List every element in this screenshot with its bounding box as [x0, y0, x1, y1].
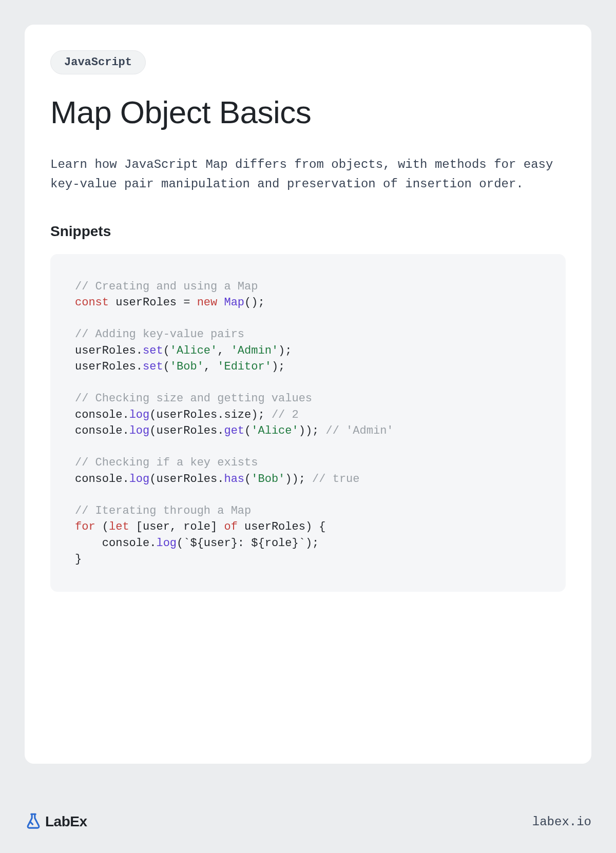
flask-icon	[25, 812, 42, 831]
content-card: JavaScript Map Object Basics Learn how J…	[25, 25, 591, 764]
snippets-heading: Snippets	[50, 223, 566, 240]
page-title: Map Object Basics	[50, 94, 566, 130]
logo: LabEx	[25, 812, 87, 831]
page-description: Learn how JavaScript Map differs from ob…	[50, 155, 566, 195]
logo-text: LabEx	[45, 813, 87, 830]
footer: LabEx labex.io	[25, 812, 591, 831]
site-url: labex.io	[532, 815, 591, 829]
language-badge: JavaScript	[50, 50, 146, 74]
code-snippet: // Creating and using a Map const userRo…	[50, 254, 566, 592]
